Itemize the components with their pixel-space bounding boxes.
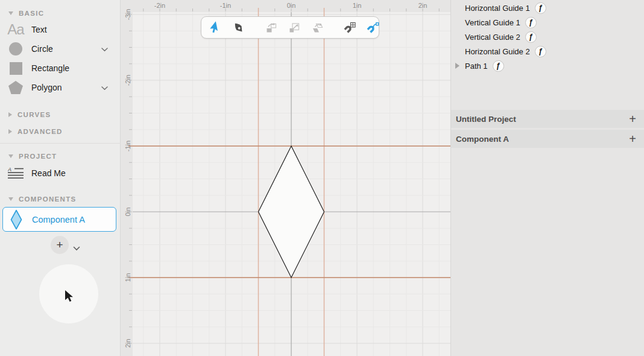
svg-text:A: A	[8, 167, 11, 173]
function-icon[interactable]: ƒ	[525, 17, 537, 28]
svg-text:-1in: -1in	[220, 2, 231, 9]
snap-grid-toggle-button[interactable]	[343, 21, 356, 34]
section-label: ADVANCED	[17, 128, 63, 135]
snap-points-toggle-button[interactable]	[366, 21, 379, 34]
sidebar-item-read-me[interactable]: A Read Me	[0, 164, 121, 182]
section-header-project[interactable]: PROJECT	[8, 151, 57, 161]
rectangle-shape-icon	[6, 59, 25, 77]
item-label: Polygon	[31, 83, 62, 92]
layer-row-path-1[interactable]: Path 1 ƒ	[451, 59, 644, 73]
section-label: CURVES	[17, 111, 51, 118]
layer-label: Path 1	[465, 62, 488, 71]
layer-label: Vertical Guide 1	[465, 18, 520, 27]
add-component-button[interactable]: +	[51, 236, 69, 254]
layer-label: Vertical Guide 2	[465, 33, 520, 42]
canvas-grid[interactable]: -2in-1in0in1in2in-3in-2in-1in0in1in2in	[121, 0, 450, 356]
function-icon[interactable]: ƒ	[525, 31, 537, 43]
layer-label: Horizontal Guide 2	[465, 47, 530, 56]
function-icon[interactable]: ƒ	[535, 2, 546, 14]
component-label: Component A	[32, 215, 85, 224]
component-a-bar[interactable]: Component A +	[451, 130, 644, 148]
layer-row-vertical-guide-1[interactable]: Vertical Guide 1 ƒ	[451, 15, 644, 30]
sidebar-item-text[interactable]: Aa Text	[0, 21, 121, 39]
svg-text:-2in: -2in	[154, 2, 165, 9]
layers-panel: Horizontal Guide 1 ƒ Vertical Guide 1 ƒ …	[451, 0, 644, 356]
svg-text:0in: 0in	[287, 2, 296, 9]
sidebar-item-circle[interactable]: Circle	[0, 40, 121, 58]
svg-text:-1in: -1in	[124, 141, 131, 151]
layer-row-horizontal-guide-1[interactable]: Horizontal Guide 1 ƒ	[451, 1, 644, 15]
rotate-transform-button[interactable]	[265, 21, 278, 34]
section-header-advanced[interactable]: ADVANCED	[8, 127, 63, 136]
chevron-down-icon[interactable]	[101, 82, 108, 93]
layer-row-vertical-guide-2[interactable]: Vertical Guide 2 ƒ	[451, 30, 644, 44]
item-label: Text	[31, 25, 47, 34]
sidebar-item-component-a[interactable]: Component A	[2, 207, 116, 232]
add-options-chevron-icon[interactable]	[73, 243, 80, 253]
item-label: Rectangle	[31, 63, 69, 73]
section-header-components[interactable]: COMPONENTS	[8, 194, 76, 203]
collapse-triangle-icon	[8, 154, 13, 158]
bar-label: Untitled Project	[456, 115, 516, 124]
section-header-basic[interactable]: BASIC	[8, 8, 44, 17]
section-header-curves[interactable]: CURVES	[8, 110, 51, 119]
skew-transform-button[interactable]	[311, 21, 324, 34]
sidebar-item-rectangle[interactable]: Rectangle	[0, 59, 121, 77]
shape-library-sidebar: BASIC Aa Text Circle Rectangle Polygon C	[0, 0, 121, 356]
section-label: COMPONENTS	[19, 195, 76, 203]
add-icon[interactable]: +	[629, 112, 644, 126]
circle-shape-icon	[6, 40, 25, 58]
pen-tool-button[interactable]	[232, 21, 245, 34]
function-icon[interactable]: ƒ	[535, 46, 546, 57]
section-label: PROJECT	[19, 153, 57, 160]
item-label: Circle	[31, 44, 53, 54]
expand-triangle-icon[interactable]	[455, 63, 459, 69]
untitled-project-bar[interactable]: Untitled Project +	[451, 110, 644, 128]
collapsed-triangle-icon	[8, 129, 12, 134]
diamond-icon	[10, 209, 22, 230]
bar-label: Component A	[456, 135, 509, 144]
svg-text:1in: 1in	[124, 273, 131, 282]
app-window: BASIC Aa Text Circle Rectangle Polygon C	[0, 0, 644, 356]
section-label: BASIC	[19, 10, 44, 17]
svg-text:2in: 2in	[418, 2, 428, 9]
canvas-toolbar	[201, 16, 379, 39]
collapse-triangle-icon	[8, 11, 13, 15]
document-icon: A	[6, 164, 25, 182]
polygon-shape-icon	[6, 78, 25, 97]
select-tool-button[interactable]	[209, 21, 223, 34]
text-tool-icon: Aa	[6, 21, 25, 39]
mouse-cursor	[65, 290, 74, 305]
collapse-triangle-icon	[8, 197, 13, 201]
sidebar-item-polygon[interactable]: Polygon	[0, 78, 121, 97]
svg-text:0in: 0in	[124, 208, 131, 217]
layer-label: Horizontal Guide 1	[465, 4, 530, 13]
function-icon[interactable]: ƒ	[493, 60, 504, 72]
layer-row-horizontal-guide-2[interactable]: Horizontal Guide 2 ƒ	[451, 44, 644, 59]
resize-transform-button[interactable]	[288, 21, 301, 34]
item-label: Read Me	[31, 168, 66, 178]
sidebar-divider	[0, 143, 121, 144]
design-canvas[interactable]: -2in-1in0in1in2in-3in-2in-1in0in1in2in	[121, 0, 451, 356]
svg-text:-2in: -2in	[124, 75, 131, 86]
collapsed-triangle-icon	[8, 112, 12, 117]
svg-text:-3in: -3in	[124, 9, 131, 20]
svg-text:1in: 1in	[353, 2, 362, 9]
add-icon[interactable]: +	[629, 132, 644, 146]
svg-text:2in: 2in	[124, 339, 131, 348]
chevron-down-icon[interactable]	[101, 43, 108, 54]
